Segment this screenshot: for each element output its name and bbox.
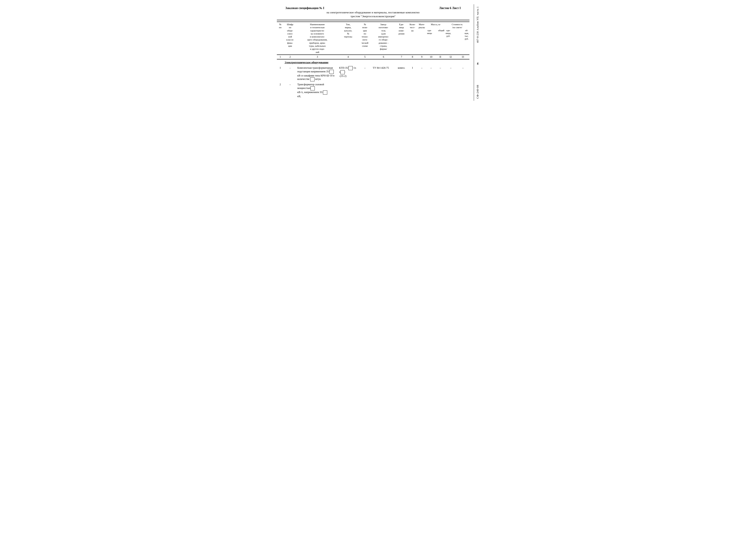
section-header-row: Электротехническое оборудование [277, 59, 470, 65]
table-row: 2 – Трансформатор силовой мощностью кВ·А… [277, 82, 470, 99]
col-header-6: Завод-изготови-тель(дляимпортно-го обору… [372, 22, 395, 55]
col-header-1: №пп [277, 22, 284, 55]
col-header-8: Коли-чест-во [408, 22, 417, 55]
row2-mass-total [436, 82, 445, 99]
col-header-cost: Стоимость/по смете/еди-ницы,руб.об-щая,т… [445, 22, 469, 55]
row2-shifr: – [284, 82, 296, 99]
sidebar-bottom-text: СФ-240-08 [476, 84, 479, 100]
sidebar-page-number: 4 [477, 62, 478, 65]
col-header-5: №пози-циипотехно-логи-ческойсхеме [358, 22, 372, 55]
row1-unit: компл. [395, 65, 408, 82]
col-header-3: Наименованиеи техническаяхарактеристи-ка… [296, 22, 338, 55]
row2-qty [408, 82, 417, 99]
blank-box-6 [323, 90, 327, 94]
col-header-mass: Масса, кгеди-ницыобщий [426, 22, 445, 55]
row1-shifr: – [284, 65, 296, 82]
top-divider [277, 20, 470, 20]
col-num-12: I2 [445, 55, 456, 59]
col-num-10: 10 [426, 55, 436, 59]
col-num-1: 1 [277, 55, 284, 59]
row1-type: КТП-35/ -1х х - -(35-2) [338, 65, 358, 82]
row1-mat: – [417, 65, 426, 82]
subtitle1: на электротехническое оборудование и мат… [277, 11, 470, 14]
row1-cost-total: – [456, 65, 469, 82]
column-number-row: 1 2 3 4 5 6 7 8 9 10 II I2 I3 [277, 55, 470, 59]
row1-qty: I [408, 65, 417, 82]
blank-box-4 [340, 70, 345, 74]
table-row: I – Комплектная трансформаторная подстан… [277, 65, 470, 82]
row1-mass-unit: – [426, 65, 436, 82]
spec-table: №пп Шифрпообще-союз-нойкласси-фика-ции Н… [277, 21, 470, 99]
col-num-11: II [436, 55, 445, 59]
section-header-text: Электротехническое оборудование [284, 59, 470, 65]
header-section: Заказная спецификация № I Листов 6 Лист … [277, 7, 470, 18]
col-num-3: 3 [296, 55, 338, 59]
blank-box-1 [329, 70, 334, 74]
row1-manuf: ТУ 84-1426-75 [372, 65, 395, 82]
col-num-2: 2 [284, 55, 296, 59]
row2-manuf [372, 82, 395, 99]
col-num-8: 8 [408, 55, 417, 59]
row1-name: Комплектная трансформаторная подстанция … [296, 65, 338, 82]
row2-unit [395, 82, 408, 99]
sidebar-top-text: 407-8-230 Альбом УП. часть 1 [476, 5, 479, 44]
col-num-4: 4 [338, 55, 358, 59]
col-num-13: I3 [456, 55, 469, 59]
row2-num: 2 [277, 82, 284, 99]
header-title: Заказная спецификация № I Листов 6 Лист … [277, 7, 470, 10]
title-right: Листов 6 Лист I [439, 7, 461, 10]
subtitle2: трестом "Энергосельхозконструкция" [277, 15, 470, 18]
col-num-5: 5 [358, 55, 372, 59]
col-header-9: Мате-риалы [417, 22, 426, 55]
row1-pos: – [358, 65, 372, 82]
row2-mass-unit [426, 82, 436, 99]
row2-pos [358, 82, 372, 99]
table-container: №пп Шифрпообще-союз-нойкласси-фика-ции Н… [277, 21, 470, 99]
row1-cost-unit: – [445, 65, 456, 82]
column-header-row: №пп Шифрпообще-союз-нойкласси-фика-ции Н… [277, 22, 470, 55]
row1-mass-total: – [436, 65, 445, 82]
row2-type [338, 82, 358, 99]
page-wrapper: Заказная спецификация № I Листов 6 Лист … [275, 4, 481, 101]
col-header-2: Шифрпообще-союз-нойкласси-фика-ции [284, 22, 296, 55]
blank-box-3 [348, 66, 353, 70]
col-num-9: 9 [417, 55, 426, 59]
row2-name: Трансформатор силовой мощностью кВ·А, на… [296, 82, 338, 99]
title-left: Заказная спецификация № I [285, 7, 324, 10]
col-num-7: 7 [395, 55, 408, 59]
row2-cost-unit [445, 82, 456, 99]
col-header-4: Тип,марка,каталог,№чертежа [338, 22, 358, 55]
col-num-6: 6 [372, 55, 395, 59]
row1-num: I [277, 65, 284, 82]
col-header-7: Еди-ницаизме-рения [395, 22, 408, 55]
row2-cost-total [456, 82, 469, 99]
blank-box-5 [310, 86, 315, 90]
blank-box-2 [310, 77, 314, 81]
right-sidebar: 407-8-230 Альбом УП. часть 1 4 СФ-240-08 [474, 4, 481, 101]
row2-mat [417, 82, 426, 99]
main-content: Заказная спецификация № I Листов 6 Лист … [275, 4, 474, 101]
